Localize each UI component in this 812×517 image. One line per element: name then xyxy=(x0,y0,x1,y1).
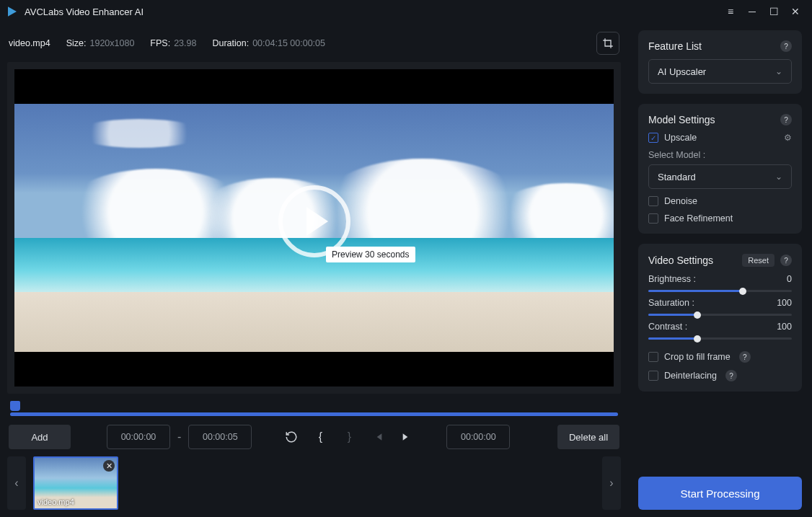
model-title: Model Settings xyxy=(648,114,780,125)
model-panel: Model Settings ? ✓ Upscale ⚙ Select Mode… xyxy=(638,104,802,234)
app-logo-icon xyxy=(6,5,19,18)
feature-panel: Feature List ? AI Upscaler ⌄ xyxy=(638,30,802,94)
crop-icon xyxy=(602,37,614,49)
loop-button[interactable] xyxy=(281,426,302,448)
clip-prev-button[interactable]: ‹ xyxy=(7,456,26,510)
duration-total: 00:04:15 xyxy=(252,38,288,48)
mark-out-button: } xyxy=(338,426,360,448)
denoise-checkbox[interactable] xyxy=(648,196,658,206)
clip-name: video.mp4 xyxy=(37,498,74,506)
feature-title: Feature List xyxy=(648,40,780,52)
clip-strip: ‹ ✕ video.mp4 › xyxy=(7,449,621,510)
delete-all-button[interactable]: Delete all xyxy=(557,425,619,449)
upscale-checkbox[interactable]: ✓ xyxy=(648,133,658,143)
video-settings-title: Video Settings xyxy=(648,255,742,266)
controls-bar: Add 00:00:00 - 00:00:05 { } 00:00:00 Del… xyxy=(7,416,621,449)
preview-tooltip: Preview 30 seconds xyxy=(326,247,415,262)
main-area: video.mp4 Size: 1920x1080 FPS: 23.98 Dur… xyxy=(0,23,628,517)
contrast-row: Contrast :100 xyxy=(648,322,792,340)
gear-icon[interactable]: ⚙ xyxy=(784,133,792,143)
chevron-down-icon: ⌄ xyxy=(775,172,782,182)
settings-sidebar: Feature List ? AI Upscaler ⌄ Model Setti… xyxy=(628,23,812,517)
face-refinement-checkbox[interactable] xyxy=(648,213,658,224)
help-icon[interactable]: ? xyxy=(739,351,751,363)
denoise-label: Denoise xyxy=(664,196,697,206)
close-button[interactable]: ✕ xyxy=(785,1,806,22)
chevron-down-icon: ⌄ xyxy=(775,66,782,76)
contrast-label: Contrast : xyxy=(648,322,687,332)
tc-out-field[interactable]: 00:00:05 xyxy=(188,425,252,449)
help-icon[interactable]: ? xyxy=(725,370,737,381)
saturation-label: Saturation : xyxy=(648,298,694,308)
duration-label: Duration: xyxy=(212,38,249,48)
feature-value: AI Upscaler xyxy=(658,66,706,77)
crop-fill-label: Crop to fill frame xyxy=(664,352,731,362)
help-icon[interactable]: ? xyxy=(780,114,792,125)
clip-remove-button[interactable]: ✕ xyxy=(103,460,115,472)
app-title: AVCLabs Video Enhancer AI xyxy=(25,6,720,17)
help-icon[interactable]: ? xyxy=(780,40,792,52)
mark-in-button[interactable]: { xyxy=(309,426,331,448)
feature-select[interactable]: AI Upscaler ⌄ xyxy=(648,59,792,84)
contrast-slider[interactable] xyxy=(648,337,792,340)
brightness-slider[interactable] xyxy=(648,290,792,292)
minimize-button[interactable]: ─ xyxy=(741,1,763,22)
play-icon xyxy=(306,207,328,236)
fps-label: FPS: xyxy=(150,38,170,48)
next-frame-button[interactable] xyxy=(396,426,418,448)
maximize-button[interactable]: ☐ xyxy=(763,1,785,22)
reset-button[interactable]: Reset xyxy=(742,254,775,267)
size-value: 1920x1080 xyxy=(89,38,134,48)
prev-frame-button xyxy=(367,426,389,448)
tc-position-field[interactable]: 00:00:00 xyxy=(446,425,510,449)
crop-button[interactable] xyxy=(596,32,619,55)
contrast-value: 100 xyxy=(777,322,792,332)
crop-fill-checkbox[interactable] xyxy=(648,352,658,362)
fps-value: 23.98 xyxy=(174,38,196,48)
timeline[interactable] xyxy=(7,394,621,416)
help-icon[interactable]: ? xyxy=(780,255,792,266)
tc-dash: - xyxy=(177,430,181,443)
deinterlacing-checkbox[interactable] xyxy=(648,371,658,381)
menu-icon[interactable]: ≡ xyxy=(720,1,741,22)
video-preview: Preview 30 seconds xyxy=(7,62,621,394)
brightness-value: 0 xyxy=(787,274,792,284)
select-model-label: Select Model : xyxy=(648,150,792,160)
deinterlacing-label: Deinterlacing xyxy=(664,371,717,381)
letterbox: Preview 30 seconds xyxy=(14,69,614,386)
loop-icon xyxy=(285,430,298,443)
video-info-bar: video.mp4 Size: 1920x1080 FPS: 23.98 Dur… xyxy=(7,29,621,62)
saturation-row: Saturation :100 xyxy=(648,298,792,316)
start-processing-button[interactable]: Start Processing xyxy=(638,477,802,510)
clip-next-button[interactable]: › xyxy=(602,456,621,510)
file-name: video.mp4 xyxy=(9,38,50,48)
tc-in-field[interactable]: 00:00:00 xyxy=(107,425,170,449)
upscale-label: Upscale xyxy=(664,133,697,143)
step-back-icon xyxy=(372,431,384,443)
video-settings-panel: Video Settings Reset ? Brightness :0 Sat… xyxy=(638,244,802,392)
svg-marker-0 xyxy=(8,6,17,17)
duration-trim: 00:00:05 xyxy=(288,38,325,48)
model-select[interactable]: Standard ⌄ xyxy=(648,164,792,189)
add-button[interactable]: Add xyxy=(9,425,71,449)
saturation-value: 100 xyxy=(777,298,792,308)
brightness-row: Brightness :0 xyxy=(648,274,792,292)
face-refinement-label: Face Refinement xyxy=(664,213,733,224)
brightness-label: Brightness : xyxy=(648,274,696,284)
titlebar: AVCLabs Video Enhancer AI ≡ ─ ☐ ✕ xyxy=(0,0,812,23)
clip-thumbnail[interactable]: ✕ video.mp4 xyxy=(33,456,118,510)
saturation-slider[interactable] xyxy=(648,314,792,316)
model-value: Standard xyxy=(658,172,696,182)
step-forward-icon xyxy=(401,431,412,443)
size-label: Size: xyxy=(66,38,87,48)
duration-value: 00:04:15 00:00:05 xyxy=(252,38,325,48)
